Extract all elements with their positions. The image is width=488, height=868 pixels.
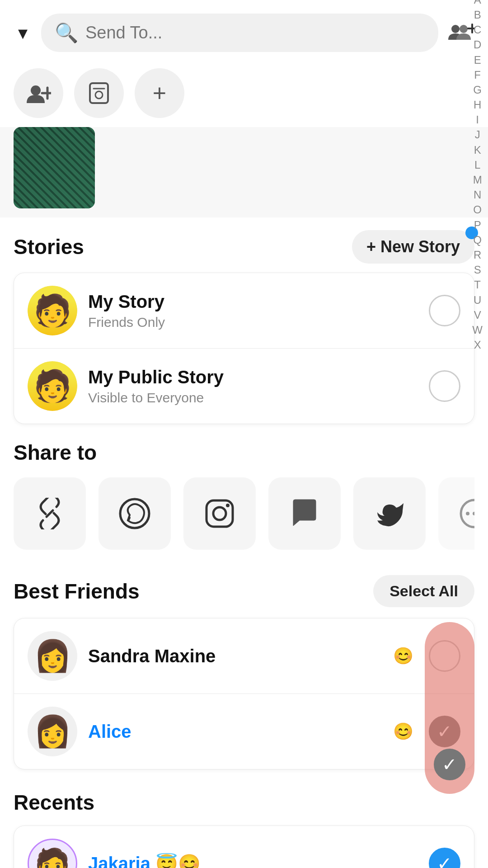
- alpha-Q[interactable]: Q: [472, 233, 483, 247]
- jakaria-check[interactable]: ✓: [429, 848, 460, 868]
- my-public-story-info: My Public Story Visible to Everyone: [88, 367, 418, 406]
- thumbnail-area: [0, 127, 488, 217]
- recents-section: Recents 🧑 Jakaria 😇😊 ✓ 👑: [0, 774, 488, 868]
- new-story-button[interactable]: + New Story: [352, 230, 474, 264]
- alpha-M[interactable]: M: [472, 173, 483, 187]
- sandra-name: Sandra Maxine: [88, 646, 382, 666]
- add-friends-button[interactable]: [447, 20, 474, 46]
- my-public-story-name: My Public Story: [88, 367, 418, 387]
- recents-title: Recents: [14, 790, 474, 815]
- svg-point-16: [473, 512, 474, 515]
- alpha-H[interactable]: H: [472, 98, 483, 112]
- alpha-W[interactable]: W: [472, 323, 483, 337]
- jakaria-avatar: 🧑: [28, 839, 77, 868]
- search-input[interactable]: [85, 23, 425, 42]
- best-friends-section: Best Friends Select All 👩 Sandra Maxine …: [0, 559, 488, 774]
- share-messages-button[interactable]: [268, 477, 341, 550]
- svg-point-9: [95, 91, 103, 99]
- stories-title: Stories: [14, 235, 84, 259]
- share-instagram-button[interactable]: [183, 477, 256, 550]
- select-all-button[interactable]: Select All: [373, 575, 474, 607]
- friends-card: 👩 Sandra Maxine 😊 👩 Alice 😊 ✓: [14, 618, 474, 769]
- alpha-nav: A B C D E F G H I J K L M N O P Q R S T …: [467, 127, 488, 217]
- my-story-radio[interactable]: [429, 295, 460, 326]
- alpha-V[interactable]: V: [472, 308, 483, 322]
- plus-icon: +: [153, 80, 166, 107]
- friends-title: Best Friends: [14, 579, 140, 604]
- alpha-K[interactable]: K: [472, 143, 483, 157]
- svg-point-4: [31, 85, 41, 95]
- contacts-button[interactable]: [74, 68, 124, 118]
- action-row: +: [0, 61, 488, 127]
- share-whatsapp-button[interactable]: [99, 477, 171, 550]
- alpha-A[interactable]: A: [472, 0, 483, 7]
- search-icon: 🔍: [55, 22, 78, 44]
- svg-point-13: [226, 504, 230, 507]
- scroll-check: ✓: [434, 749, 465, 780]
- alpha-U[interactable]: U: [472, 293, 483, 307]
- thumbnail-image: [14, 127, 95, 208]
- alpha-O[interactable]: O: [472, 203, 483, 217]
- alpha-G[interactable]: G: [472, 83, 483, 97]
- alice-avatar: 👩: [28, 707, 77, 756]
- stories-card: 🧑 My Story Friends Only 🧑 My Public Stor…: [14, 273, 474, 424]
- alpha-R[interactable]: R: [472, 248, 483, 262]
- alice-name: Alice: [88, 722, 382, 742]
- svg-point-0: [451, 25, 460, 33]
- my-public-story-avatar: 🧑: [28, 361, 77, 411]
- scroll-indicator: ✓: [425, 622, 474, 794]
- share-title: Share to: [14, 440, 474, 465]
- share-section: Share to: [0, 424, 488, 559]
- my-story-name: My Story: [88, 292, 418, 312]
- alice-emoji: 😊: [393, 722, 413, 741]
- my-story-avatar: 🧑: [28, 286, 77, 335]
- my-public-story-subtitle: Visible to Everyone: [88, 390, 418, 406]
- recent-item-jakaria[interactable]: 🧑 Jakaria 😇😊 ✓: [14, 826, 474, 868]
- friend-item-sandra[interactable]: 👩 Sandra Maxine 😊: [14, 618, 474, 694]
- alpha-X[interactable]: X: [472, 338, 483, 352]
- back-chevron-button[interactable]: ▾: [14, 17, 32, 48]
- svg-rect-7: [90, 83, 108, 103]
- friend-item-alice[interactable]: 👩 Alice 😊 ✓: [14, 694, 474, 769]
- share-twitter-button[interactable]: [353, 477, 426, 550]
- share-icons-row: [14, 477, 474, 550]
- my-public-story-radio[interactable]: [429, 370, 460, 402]
- alpha-P[interactable]: P: [472, 218, 483, 232]
- alpha-F[interactable]: F: [472, 68, 483, 82]
- stories-header: Stories + New Story: [0, 217, 488, 273]
- recents-card: 🧑 Jakaria 😇😊 ✓ 👑: [14, 826, 474, 868]
- search-bar: 🔍: [41, 14, 438, 52]
- alpha-D[interactable]: D: [472, 38, 483, 52]
- my-story-info: My Story Friends Only: [88, 292, 418, 330]
- alpha-E[interactable]: E: [472, 53, 483, 67]
- alpha-T[interactable]: T: [472, 278, 483, 292]
- my-public-story-item[interactable]: 🧑 My Public Story Visible to Everyone: [14, 349, 474, 424]
- sandra-emoji: 😊: [393, 646, 413, 665]
- my-story-item[interactable]: 🧑 My Story Friends Only: [14, 273, 474, 349]
- add-button[interactable]: +: [135, 68, 184, 118]
- share-more-button[interactable]: [438, 477, 474, 550]
- alpha-J[interactable]: J: [472, 127, 483, 142]
- alpha-S[interactable]: S: [472, 263, 483, 277]
- alpha-C[interactable]: C: [472, 23, 483, 37]
- friends-header: Best Friends Select All: [14, 575, 474, 607]
- add-friend-button[interactable]: [14, 68, 63, 118]
- svg-point-12: [213, 507, 226, 520]
- alpha-B[interactable]: B: [472, 8, 483, 22]
- alpha-L[interactable]: L: [472, 158, 483, 172]
- alpha-I[interactable]: I: [472, 113, 483, 127]
- new-story-label: + New Story: [366, 237, 460, 256]
- sandra-avatar: 👩: [28, 631, 77, 681]
- svg-point-15: [466, 512, 469, 515]
- jakaria-name: Jakaria 😇😊: [88, 853, 418, 868]
- main-wrapper: ▾ 🔍: [0, 0, 488, 868]
- header: ▾ 🔍: [0, 0, 488, 61]
- svg-point-1: [460, 25, 468, 33]
- my-story-subtitle: Friends Only: [88, 315, 418, 330]
- alpha-N[interactable]: N: [472, 188, 483, 202]
- share-link-button[interactable]: [14, 477, 86, 550]
